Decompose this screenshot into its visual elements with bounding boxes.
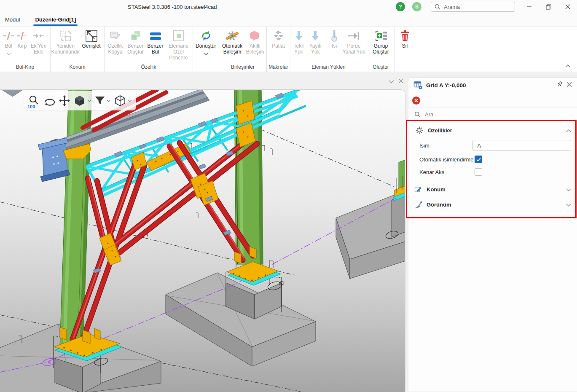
restore-button[interactable] <box>539 0 558 13</box>
kenar-aks-checkbox[interactable] <box>475 168 482 176</box>
delete-icon <box>399 29 411 43</box>
filter-tool[interactable] <box>94 95 111 106</box>
pin-icon[interactable] <box>556 81 563 89</box>
trim-icon <box>16 29 29 43</box>
reposition-icon <box>59 29 72 43</box>
explode-icon <box>272 29 285 43</box>
close-button[interactable] <box>558 0 577 13</box>
check-icon <box>476 158 481 161</box>
group-label: Makrolar <box>267 64 290 72</box>
viewport-tab-controls <box>389 78 403 85</box>
pan-tool[interactable] <box>59 95 70 107</box>
group-label: Eleman Yükleri <box>290 64 367 72</box>
zoom-level: 100 <box>27 104 35 109</box>
app-window: STASteel 3.0.386 -100 ton.steel4cad ? S … <box>0 0 577 392</box>
akilli-birlesim-button[interactable]: Akıllı Birleşim <box>244 28 266 64</box>
elemane-ozel-pencere-button[interactable]: Elemane Özel Pencere <box>165 28 192 64</box>
tab-duzenle-grid[interactable]: Düzenle-Grid[1] <box>33 13 78 26</box>
isim-label: İsim <box>419 142 472 149</box>
yayili-yuk-button[interactable]: Yayılı Yük <box>306 28 325 64</box>
ribbon-group-donustur: Dönüştür <box>193 27 219 72</box>
axes-cube-tool[interactable] <box>114 95 132 107</box>
grid-bubble-label: A <box>48 360 51 365</box>
viewport-3d[interactable]: A <box>0 89 405 392</box>
window-title: STASteel 3.0.386 -100 ton.steel4cad <box>128 4 217 10</box>
auto-name-checkbox[interactable] <box>475 156 482 163</box>
viewport-toolbar: 100 <box>24 91 136 110</box>
kirp-button[interactable]: Kırp <box>16 28 29 64</box>
benzer-bul-button[interactable]: Benzer Bul <box>146 28 165 64</box>
ribbon-group-ozellik: Özellik Kopya Benzer Oluştur Benzer Bul … <box>105 27 193 72</box>
panel-search-input[interactable] <box>425 111 509 118</box>
chevron-down-icon <box>204 49 208 57</box>
field-kenar-aks: Kenar Aks <box>408 166 577 178</box>
extend-icon <box>85 29 98 43</box>
isim-input[interactable] <box>472 140 571 151</box>
panel-search-box[interactable] <box>408 108 577 121</box>
property-copy-icon <box>109 29 122 43</box>
temperature-icon <box>329 29 339 43</box>
panel-title: Grid A Y:-0,000 <box>426 82 553 89</box>
chevron-down-icon[interactable] <box>566 185 571 193</box>
section-ozellikler[interactable]: Özellikler <box>408 123 577 138</box>
yeniden-konumlandir-button[interactable]: Yeniden Konumlandır <box>52 28 80 64</box>
user-avatar[interactable]: S <box>412 2 421 11</box>
chevron-down-icon <box>7 49 11 57</box>
ozellik-kopya-button[interactable]: Özellik Kopya <box>105 28 126 64</box>
field-otomatik-isimlendirme: Otomatik isimlendirme <box>408 153 577 166</box>
zoom-tool[interactable]: 100 <box>28 95 40 107</box>
content-area: A <box>0 72 577 392</box>
viewport-chevron-down-icon[interactable] <box>389 78 394 85</box>
bol-button[interactable]: Böl <box>2 28 16 64</box>
perde-yanal-yuk-button[interactable]: Perde Yanal Yük <box>341 28 366 64</box>
similar-create-icon <box>129 29 142 43</box>
view-cube-tool[interactable] <box>73 95 91 107</box>
section-gorunum[interactable]: Görünüm <box>408 197 577 212</box>
kenar-aks-label: Kenar Aks <box>419 169 475 175</box>
benzer-olustur-button[interactable]: Benzer Oluştur <box>126 28 146 64</box>
orbit-tool[interactable] <box>43 96 56 106</box>
group-label: Birleşimler <box>219 64 266 72</box>
ribbon-group-makrolar: Patlat Makrolar <box>267 27 290 72</box>
group-label: Böl-Kırp <box>0 64 50 72</box>
ribbon-collapse-button[interactable] <box>565 62 570 69</box>
element-window-icon <box>172 29 185 43</box>
donustur-button[interactable]: Dönüştür <box>194 28 218 70</box>
chevron-down-icon[interactable] <box>566 201 571 208</box>
global-search-input[interactable] <box>444 4 499 10</box>
create-group-icon <box>374 29 388 43</box>
minimize-button[interactable] <box>520 0 539 13</box>
cancel-row <box>408 93 577 107</box>
ribbon-group-birlesimler: Otomatik Birleşim Akıllı Birleşim Birleş… <box>219 27 267 72</box>
genislet-button[interactable]: Genişlet <box>80 28 103 64</box>
panel-header: Grid A Y:-0,000 <box>408 78 577 93</box>
ribbon-group-bol-kirp: Böl Kırp Ek Yeri Ekle Böl-Kırp <box>0 27 51 72</box>
global-search-box[interactable] <box>431 2 515 12</box>
properties-panel: Grid A Y:-0,000 <box>408 77 577 392</box>
chevron-up-icon[interactable] <box>566 126 571 134</box>
titlebar: STASteel 3.0.386 -100 ton.steel4cad ? S <box>0 0 577 13</box>
search-icon <box>435 4 440 10</box>
help-button[interactable]: ? <box>396 2 405 11</box>
viewport-close-icon[interactable] <box>398 78 403 85</box>
cancel-selection-button[interactable] <box>412 97 420 105</box>
group-label: Oluştur <box>367 64 395 72</box>
group-label: Özellik <box>105 64 193 72</box>
grid-settings-icon <box>413 81 423 89</box>
section-konum[interactable]: Konum <box>408 182 577 197</box>
sil-button[interactable]: Sil <box>397 28 413 70</box>
tab-modul[interactable]: Modül <box>3 13 21 26</box>
smart-connection-icon <box>248 29 262 43</box>
panel-close-icon[interactable] <box>566 81 572 89</box>
ribbon-group-eleman-yukleri: Tekil Yük Yayılı Yük Isı Perde Yanal Yük <box>290 27 367 72</box>
gurup-olustur-button[interactable]: Gurup Oluştur <box>368 28 394 64</box>
ek-yeri-ekle-button[interactable]: Ek Yeri Ekle <box>29 28 48 64</box>
lateral-load-icon <box>347 29 360 43</box>
tekil-yuk-button[interactable]: Tekil Yük <box>291 28 306 64</box>
isi-button[interactable]: Isı <box>327 28 341 64</box>
otomatik-birlesim-button[interactable]: Otomatik Birleşim <box>220 28 244 64</box>
patlat-button[interactable]: Patlat <box>268 28 289 64</box>
auto-connection-icon <box>225 29 239 43</box>
distributed-load-icon <box>309 29 322 43</box>
ribbon-group-konum: Yeniden Konumlandır Genişlet Konum <box>51 27 105 72</box>
